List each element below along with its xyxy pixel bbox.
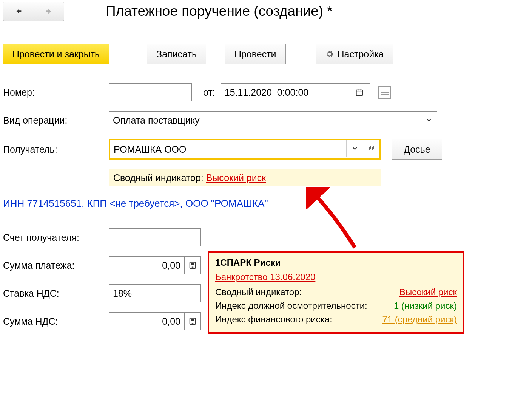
svg-point-18: [194, 322, 194, 322]
post-and-close-button[interactable]: Провести и закрыть: [3, 44, 109, 64]
svg-point-19: [191, 323, 191, 324]
list-button[interactable]: [378, 86, 391, 99]
calendar-button[interactable]: [349, 83, 370, 101]
arrow-right-icon: [45, 7, 53, 15]
recipient-account-label: Счет получателя:: [3, 232, 109, 243]
open-icon: [369, 146, 375, 152]
settings-button[interactable]: Настройка: [316, 44, 393, 64]
svg-point-20: [192, 323, 193, 324]
popup-fin-label: Индекс финансового риска:: [215, 314, 332, 325]
recipient-input[interactable]: [110, 140, 346, 158]
svg-point-21: [194, 323, 194, 324]
number-input[interactable]: [109, 83, 192, 101]
vat-amount-label: Сумма НДС:: [3, 316, 109, 327]
svg-rect-15: [191, 319, 194, 321]
chevron-down-icon: [353, 147, 357, 150]
from-label: от:: [203, 87, 215, 98]
calculator-icon: [188, 317, 197, 325]
op-type-label: Вид операции:: [3, 115, 109, 126]
svg-point-12: [192, 267, 193, 268]
svg-rect-7: [191, 263, 194, 265]
svg-point-13: [194, 267, 194, 268]
svg-point-10: [194, 266, 194, 267]
popup-summary-label: Сводный индикатор:: [215, 287, 302, 298]
calendar-icon: [355, 88, 364, 96]
svg-point-8: [191, 266, 191, 267]
calculator-button[interactable]: [184, 312, 201, 330]
back-button[interactable]: [3, 2, 34, 21]
chevron-down-icon: [427, 119, 431, 122]
vat-rate-input[interactable]: [109, 284, 201, 302]
svg-rect-0: [356, 90, 363, 96]
indicator-label: Сводный индикатор:: [113, 172, 206, 183]
calculator-icon: [188, 261, 197, 270]
svg-point-16: [191, 322, 191, 322]
svg-point-17: [192, 322, 193, 322]
write-button[interactable]: Записать: [147, 44, 206, 64]
popup-title: 1СПАРК Риски: [215, 257, 457, 268]
vat-rate-label: Ставка НДС:: [3, 288, 109, 299]
payment-amount-input[interactable]: [109, 256, 184, 274]
gear-icon: [325, 50, 334, 58]
recipient-label: Получатель:: [3, 144, 109, 155]
arrow-left-icon: [14, 7, 23, 15]
popup-due-label: Индекс должной осмотрительности:: [215, 301, 367, 311]
recipient-dropdown-button[interactable]: [346, 140, 363, 157]
svg-point-9: [192, 266, 193, 267]
popup-due-value[interactable]: 1 (низкий риск): [394, 301, 457, 311]
op-type-dropdown-button[interactable]: [421, 111, 437, 129]
nav-buttons: [3, 2, 64, 21]
indicator-value-link[interactable]: Высокий риск: [206, 172, 266, 183]
page-title: Платежное поручение (создание) *: [106, 3, 333, 19]
post-button[interactable]: Провести: [225, 44, 286, 64]
spark-risk-popup: 1СПАРК Риски Банкротство 13.06.2020 Свод…: [208, 251, 464, 334]
number-label: Номер:: [3, 87, 109, 98]
inn-kpp-link[interactable]: ИНН 7714515651, КПП <не требуется>, ООО …: [3, 198, 268, 209]
recipient-account-input[interactable]: [109, 228, 201, 246]
popup-bankruptcy-link[interactable]: Банкротство 13.06.2020: [215, 272, 315, 282]
indicator-strip: Сводный индикатор: Высокий риск: [109, 169, 381, 186]
settings-label: Настройка: [338, 49, 384, 60]
vat-amount-input[interactable]: [109, 312, 184, 330]
forward-button[interactable]: [34, 2, 64, 21]
date-input[interactable]: [221, 83, 349, 101]
popup-fin-value[interactable]: 71 (средний риск): [382, 314, 457, 325]
popup-summary-value[interactable]: Высокий риск: [399, 287, 457, 298]
payment-amount-label: Сумма платежа:: [3, 260, 109, 271]
toolbar: Провести и закрыть Записать Провести Нас…: [3, 44, 529, 64]
op-type-input[interactable]: [109, 111, 421, 129]
calculator-button[interactable]: [184, 256, 201, 274]
recipient-open-button[interactable]: [363, 140, 379, 157]
dossier-button[interactable]: Досье: [392, 139, 442, 160]
svg-point-11: [191, 267, 191, 268]
